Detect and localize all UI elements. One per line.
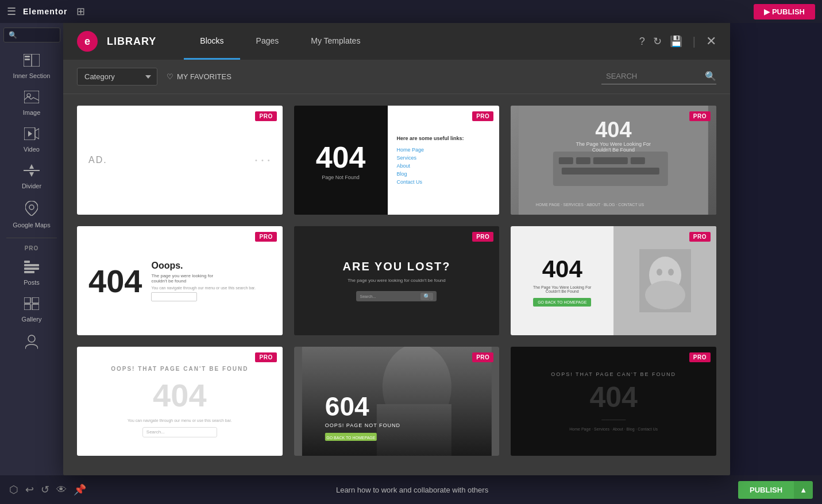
category-select[interactable]: Category [77,68,157,86]
svg-rect-19 [32,304,39,310]
top-publish-button[interactable]: ▶ PUBLISH [754,4,815,20]
template-thumbnail: 404 The Page You Were Looking ForCouldn'… [511,226,716,335]
svg-rect-18 [24,304,30,310]
svg-point-20 [28,335,35,342]
tab-pages[interactable]: Pages [240,23,295,60]
modal-content[interactable]: AD. • • • PRO 404 Page Not Found [63,94,730,475]
sidebar-item-label: Divider [22,183,41,189]
template-card[interactable]: 404 Page Not Found Here are some useful … [294,106,500,215]
template-card[interactable]: 404 Ooops. The page you were looking for… [77,226,283,335]
sidebar-search-input[interactable] [3,28,60,42]
svg-rect-23 [559,157,573,164]
svg-rect-4 [24,91,39,103]
learn-text: Learn how to work and collaborate with o… [336,486,488,494]
svg-rect-2 [25,56,30,57]
sidebar-item-label: Google Maps [13,222,50,228]
sidebar-item-divider[interactable]: Divider [6,160,57,194]
library-logo: e [77,31,98,52]
sidebar-item-user[interactable] [6,329,57,359]
tab-my-templates[interactable]: My Templates [295,23,376,60]
template-thumbnail: OOPS! THAT PAGE CAN'T BE FOUND 404 You c… [77,347,283,456]
template-thumbnail: 604 OOPS! PAGE NOT FOUND GO BACK TO HOME… [294,347,500,456]
svg-text:HOME PAGE · SERVICES · ABOUT ·: HOME PAGE · SERVICES · ABOUT · BLOG · CO… [536,203,645,207]
close-icon[interactable]: ✕ [706,34,716,49]
publish-dropdown-button[interactable]: ▲ [794,481,813,499]
top-bar: ☰ Elementor ⊞ ▶ PUBLISH [0,0,822,23]
library-title: LIBRARY [107,36,156,48]
svg-rect-15 [24,271,34,273]
svg-rect-24 [576,157,591,164]
svg-rect-13 [24,264,39,266]
sidebar-item-label: Inner Section [13,72,51,79]
template-thumbnail: 404 Ooops. The page you were looking for… [77,226,283,335]
template-card[interactable]: AD. • • • PRO [77,106,283,215]
library-modal: e LIBRARY Blocks Pages My Templates ? ↻ … [63,23,730,475]
bottom-bar: ⬡ ↩ ↺ 👁 📌 Learn how to work and collabor… [0,475,822,504]
user-icon [25,334,38,352]
sidebar-item-label: Image [23,109,41,116]
sidebar-item-video[interactable]: Video [6,123,57,157]
pro-badge: PRO [689,232,711,242]
divider-icon [24,164,40,180]
pro-badge: PRO [255,352,276,362]
sidebar-item-image[interactable]: Image [6,86,57,121]
save-icon[interactable]: 💾 [670,35,682,48]
undo-icon[interactable]: ↺ [41,483,49,496]
svg-text:The Page You Were Looking For: The Page You Were Looking For [576,141,651,147]
refresh-icon[interactable]: ↻ [653,35,662,48]
favorites-label: MY FAVORITES [177,72,231,81]
pro-badge: PRO [689,111,711,121]
tab-blocks[interactable]: Blocks [184,23,240,60]
top-bar-right: ▶ PUBLISH [754,4,815,20]
layers-icon[interactable]: ⬡ [9,483,18,496]
sidebar-item-google-maps[interactable]: Google Maps [6,196,57,233]
sidebar-pro-label: PRO [25,243,39,254]
pro-badge: PRO [472,232,493,242]
main-layout: Inner Section Image Video Divider Google [0,23,822,475]
svg-rect-12 [24,261,30,263]
modal-tabs: Blocks Pages My Templates [184,23,630,60]
svg-rect-27 [562,168,659,175]
grid-icon[interactable]: ⊞ [76,5,85,18]
sidebar-item-inner-section[interactable]: Inner Section [6,49,57,84]
template-card[interactable]: ARE YOU LOST? The page you were looking … [294,226,500,335]
pro-badge: PRO [472,111,493,121]
sidebar-item-label: Gallery [22,316,42,323]
google-maps-icon [25,201,38,219]
modal-toolbar: Category ♡ MY FAVORITES 🔍 [63,60,730,94]
posts-icon [24,261,39,277]
template-thumbnail: ARE YOU LOST? The page you were looking … [294,226,500,335]
svg-point-34 [657,269,662,276]
pro-badge: PRO [689,352,711,362]
pro-badge: PRO [255,111,276,121]
history-icon[interactable]: ↩ [25,483,34,496]
sidebar-divider [6,238,57,238]
heart-icon: ♡ [167,72,173,81]
search-input[interactable] [601,69,705,83]
svg-marker-7 [28,131,32,137]
template-card[interactable]: 404 The Page You Were Looking For Couldn… [511,106,716,215]
sidebar-item-posts[interactable]: Posts [6,256,57,290]
svg-rect-16 [24,297,30,303]
menu-icon[interactable]: ☰ [7,5,16,18]
svg-rect-25 [593,157,628,164]
search-icon: 🔍 [705,71,716,82]
help-icon[interactable]: ? [639,36,645,48]
search-container: 🔍 [601,69,716,84]
template-card[interactable]: OOPS! THAT PAGE CAN'T BE FOUND 404 —————… [511,347,716,456]
favorites-button[interactable]: ♡ MY FAVORITES [167,72,231,81]
svg-rect-3 [25,59,30,60]
svg-rect-26 [631,157,645,164]
template-thumbnail: AD. • • • [77,106,283,215]
svg-marker-10 [29,172,34,177]
pin-icon[interactable]: 📌 [74,483,86,496]
template-card[interactable]: 404 The Page You Were Looking ForCouldn'… [511,226,716,335]
template-card[interactable]: 604 OOPS! PAGE NOT FOUND GO BACK TO HOME… [294,347,500,456]
template-card[interactable]: OOPS! THAT PAGE CAN'T BE FOUND 404 You c… [77,347,283,456]
sidebar-item-gallery[interactable]: Gallery [6,293,57,327]
publish-button[interactable]: PUBLISH [738,481,794,499]
eye-icon[interactable]: 👁 [56,484,67,496]
sidebar-item-label: Posts [24,279,40,286]
svg-point-35 [668,269,674,276]
svg-rect-17 [32,297,39,303]
